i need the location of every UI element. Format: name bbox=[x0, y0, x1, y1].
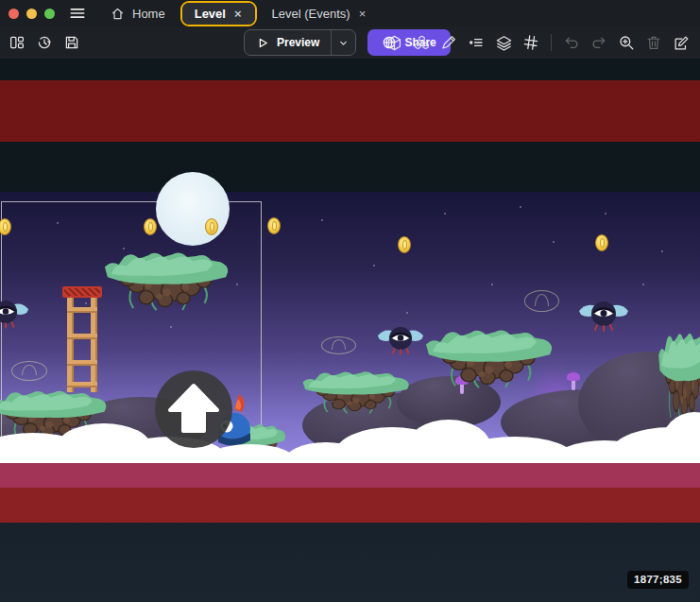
tab-label: Level bbox=[195, 7, 226, 21]
chevron-down-icon bbox=[337, 37, 350, 49]
grid-icon bbox=[522, 34, 539, 51]
preview-label: Preview bbox=[277, 36, 319, 49]
scene-properties-button[interactable] bbox=[670, 31, 692, 54]
redo-button[interactable] bbox=[588, 31, 610, 54]
layout-panels-icon bbox=[9, 34, 26, 51]
toggle-panels-button[interactable] bbox=[6, 31, 28, 54]
cube-icon bbox=[385, 34, 403, 52]
cursor-coordinates-indicator: 1877;835 bbox=[627, 571, 689, 589]
touch-up-control-button[interactable] bbox=[155, 370, 232, 448]
window-title-bar: Home Level × Level (Events) × bbox=[0, 0, 700, 26]
tab-level-events[interactable]: Level (Events) × bbox=[260, 1, 380, 26]
scene-bottom-red-band bbox=[0, 488, 700, 523]
preview-button-group: Preview bbox=[244, 29, 356, 56]
save-floppy-icon bbox=[63, 34, 80, 51]
main-menu-button[interactable] bbox=[66, 2, 89, 25]
up-arrow-icon bbox=[155, 370, 232, 448]
edit-scene-button[interactable] bbox=[437, 31, 460, 54]
scene-pink-ground-band bbox=[0, 463, 700, 488]
tab-home[interactable]: Home bbox=[98, 1, 178, 26]
delete-button[interactable] bbox=[642, 31, 665, 54]
toolbar-left-group bbox=[6, 31, 83, 54]
hamburger-icon bbox=[68, 4, 87, 23]
toolbar-right-group bbox=[383, 31, 692, 54]
pen-icon bbox=[440, 34, 457, 51]
home-icon bbox=[111, 7, 125, 21]
instances-list-button[interactable] bbox=[465, 31, 487, 54]
close-window-button[interactable] bbox=[9, 9, 19, 19]
zoom-button[interactable] bbox=[615, 31, 638, 54]
play-icon bbox=[256, 36, 270, 50]
object-groups-button[interactable] bbox=[410, 31, 433, 54]
undo-button[interactable] bbox=[560, 31, 583, 54]
editor-canvas[interactable] bbox=[0, 0, 700, 602]
zoom-in-icon bbox=[618, 34, 635, 51]
traffic-lights bbox=[0, 9, 55, 19]
history-button[interactable] bbox=[33, 31, 56, 54]
history-clock-icon bbox=[36, 34, 53, 51]
instances-list-icon bbox=[468, 34, 485, 51]
tab-bar: Home Level × Level (Events) × bbox=[98, 0, 379, 26]
preview-options-dropdown[interactable] bbox=[331, 30, 355, 55]
trash-icon bbox=[645, 34, 662, 51]
undo-icon bbox=[563, 34, 580, 51]
active-tab-highlight: Level × bbox=[180, 1, 257, 26]
toolbar-separator bbox=[551, 34, 552, 51]
edit-note-icon bbox=[673, 34, 691, 52]
layers-icon bbox=[495, 34, 513, 52]
objects-panel-button[interactable] bbox=[383, 31, 405, 54]
tab-label: Home bbox=[132, 7, 165, 21]
maximize-window-button[interactable] bbox=[44, 9, 55, 19]
preview-button[interactable]: Preview bbox=[245, 30, 331, 55]
tab-level[interactable]: Level × bbox=[182, 3, 255, 25]
close-tab-icon[interactable]: × bbox=[358, 8, 367, 20]
cubes-group-icon bbox=[413, 34, 431, 52]
close-tab-icon[interactable]: × bbox=[233, 8, 243, 20]
grid-settings-button[interactable] bbox=[520, 31, 542, 54]
minimize-window-button[interactable] bbox=[26, 9, 37, 19]
redo-icon bbox=[590, 34, 607, 51]
save-button[interactable] bbox=[60, 31, 83, 54]
editor-toolbar: Preview Share bbox=[0, 26, 700, 59]
layers-panel-button[interactable] bbox=[492, 31, 515, 54]
tab-label: Level (Events) bbox=[272, 7, 350, 21]
